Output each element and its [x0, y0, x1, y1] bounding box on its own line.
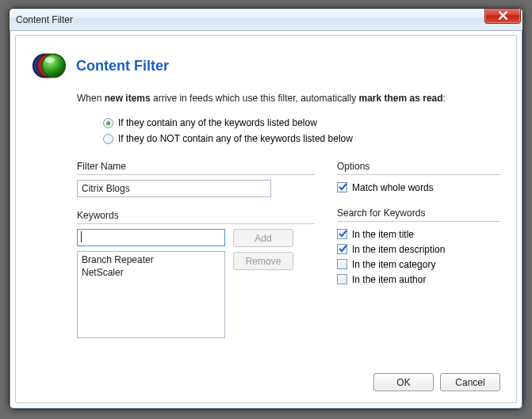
checkbox-icon: [337, 274, 347, 284]
checkbox-label: In the item category: [352, 259, 435, 270]
checkbox-in-description[interactable]: In the item description: [337, 242, 500, 257]
keywords-list[interactable]: Branch Repeater NetScaler: [77, 251, 225, 338]
radio-label: If they do NOT contain any of the keywor…: [118, 133, 353, 144]
dialog-window: Content Filter Conte: [9, 8, 523, 409]
checkbox-icon: [337, 182, 347, 192]
cancel-button[interactable]: Cancel: [440, 373, 500, 391]
radio-icon: [103, 134, 113, 144]
keywords-label: Keywords: [77, 210, 315, 221]
ok-button[interactable]: OK: [373, 373, 434, 391]
checkbox-in-title[interactable]: In the item title: [337, 227, 500, 242]
titlebar[interactable]: Content Filter: [10, 9, 522, 31]
checkbox-match-whole-words[interactable]: Match whole words: [337, 180, 500, 195]
divider: [77, 174, 315, 175]
window-title: Content Filter: [16, 14, 73, 25]
divider: [337, 174, 500, 175]
divider: [337, 221, 500, 222]
checkbox-icon: [337, 259, 347, 269]
text-caret: [81, 231, 82, 242]
remove-button[interactable]: Remove: [233, 252, 293, 270]
radio-not-contain[interactable]: If they do NOT contain any of the keywor…: [103, 131, 500, 147]
list-item[interactable]: NetScaler: [82, 266, 220, 279]
intro-text: When new items arrive in feeds which use…: [77, 93, 500, 104]
svg-point-3: [45, 57, 55, 63]
list-item[interactable]: Branch Repeater: [82, 253, 220, 266]
divider: [77, 223, 315, 224]
dialog-footer: OK Cancel: [373, 373, 500, 391]
options-label: Options: [337, 161, 500, 172]
svg-point-2: [42, 54, 65, 77]
checkbox-label: In the item description: [352, 244, 445, 255]
checkbox-label: In the item author: [352, 274, 426, 285]
mode-radio-group: If they contain any of the keywords list…: [103, 115, 500, 147]
page-title: Content Filter: [76, 58, 169, 74]
keyword-input[interactable]: [77, 229, 225, 246]
radio-contain[interactable]: If they contain any of the keywords list…: [103, 115, 500, 131]
add-button[interactable]: Add: [233, 229, 293, 247]
radio-icon: [103, 118, 113, 128]
checkbox-label: Match whole words: [352, 182, 434, 193]
close-button[interactable]: [484, 8, 521, 24]
checkbox-icon: [337, 244, 347, 254]
filter-lens-icon: [32, 48, 67, 83]
filter-name-label: Filter Name: [77, 161, 315, 172]
dialog-body: Content Filter When new items arrive in …: [15, 35, 517, 403]
checkbox-in-category[interactable]: In the item category: [337, 257, 500, 272]
radio-label: If they contain any of the keywords list…: [118, 117, 317, 128]
checkbox-label: In the item title: [352, 229, 414, 240]
checkbox-icon: [337, 229, 347, 239]
filter-name-input[interactable]: [77, 180, 271, 197]
search-label: Search for Keywords: [337, 208, 500, 219]
checkbox-in-author[interactable]: In the item author: [337, 272, 500, 287]
close-icon: [499, 11, 507, 20]
